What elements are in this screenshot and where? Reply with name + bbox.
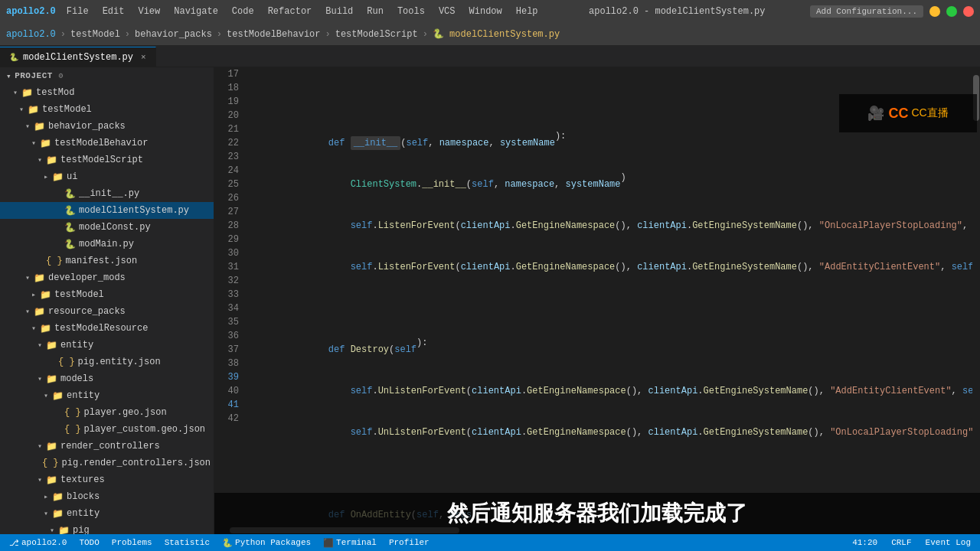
menu-view[interactable]: View [132, 5, 166, 18]
menu-run[interactable]: Run [361, 5, 390, 18]
sidebar-item-models[interactable]: ▾ 📁 models [0, 370, 214, 387]
tab-model-client-system[interactable]: 🐍 modelClientSystem.py × [0, 47, 156, 67]
sidebar-item-modelconst[interactable]: 🐍 modelConst.py [0, 219, 214, 236]
folder-arrow: ▾ [34, 374, 46, 383]
tree-label: testModelScript [60, 155, 143, 165]
line-num-21: 21 [214, 122, 239, 136]
todo-label: TODO [79, 538, 99, 547]
breadcrumb-app[interactable]: apollo2.0 [6, 29, 56, 40]
menu-tools[interactable]: Tools [391, 5, 431, 18]
line-num-38: 38 [214, 357, 239, 370]
folder-arrow: ▾ [40, 509, 52, 518]
sidebar-item-testmodelresource[interactable]: ▾ 📁 testModelResource [0, 320, 214, 337]
menu-file[interactable]: File [60, 5, 95, 18]
editor-area: 🎥 CC CC直播 17 18 19 20 21 22 23 24 25 26 … [214, 67, 980, 534]
add-configuration-button[interactable]: Add Configuration... [810, 5, 923, 18]
menu-edit[interactable]: Edit [96, 5, 131, 18]
project-settings-icon[interactable]: ⚙ [59, 71, 64, 80]
sidebar-item-entity-models[interactable]: ▾ 📁 entity [0, 387, 214, 404]
statistic-button[interactable]: Statistic [162, 538, 213, 547]
line-num-31: 31 [214, 260, 239, 274]
sidebar-item-behavior-packs[interactable]: ▾ 📁 behavior_packs [0, 118, 214, 135]
line-ending[interactable]: CRLF [888, 538, 914, 547]
folder-arrow: ▸ [40, 492, 52, 501]
profiler-button[interactable]: Profiler [386, 538, 433, 547]
breadcrumb-testmodel[interactable]: testModel [70, 29, 120, 40]
cursor-position[interactable]: 41:20 [849, 538, 880, 547]
sidebar-item-developer-mods[interactable]: ▾ 📁 developer_mods [0, 269, 214, 286]
line-num-42: 42 [214, 412, 239, 425]
folder-icon: 📁 [40, 289, 51, 301]
code-display[interactable]: def __init__(self, namespace, systemName… [245, 67, 972, 527]
breadcrumb-file[interactable]: 🐍 modelClientSystem.py [433, 28, 560, 40]
sidebar-item-testmodel-dev[interactable]: ▸ 📁 testModel [0, 286, 214, 303]
folder-arrow: ▸ [40, 172, 52, 181]
json-icon: { } [42, 458, 59, 468]
json-icon: { } [64, 424, 81, 435]
project-header[interactable]: ▾ Project ⚙ [0, 67, 214, 84]
sidebar-item-pig-entity[interactable]: { } pig.entity.json [0, 354, 214, 370]
sidebar-item-testmodelbehavior[interactable]: ▾ 📁 testModelBehavior [0, 135, 214, 152]
problems-button[interactable]: Problems [109, 538, 155, 547]
breadcrumb-testmodelscript[interactable]: testModelScript [335, 29, 418, 40]
sidebar-item-entity-res[interactable]: ▾ 📁 entity [0, 337, 214, 354]
sidebar[interactable]: ▾ Project ⚙ ▾ 📁 testMod ▾ 📁 testModel [0, 67, 214, 534]
editor-content[interactable]: 17 18 19 20 21 22 23 24 25 26 27 28 29 3… [214, 67, 980, 527]
sidebar-item-pig-folder[interactable]: ▾ 📁 pig [0, 522, 214, 534]
tree-label: manifest.json [66, 256, 138, 266]
line-num-37: 37 [214, 343, 239, 357]
sidebar-item-modelclientsystem[interactable]: 🐍 modelClientSystem.py [0, 202, 214, 219]
tab-close-icon[interactable]: × [141, 53, 146, 62]
sidebar-item-testmodelscript[interactable]: ▾ 📁 testModelScript [0, 152, 214, 168]
menu-navigate[interactable]: Navigate [168, 5, 224, 18]
editor-horizontal-scrollbar[interactable] [214, 527, 980, 534]
breadcrumb-sep-2: › [125, 29, 130, 40]
git-branch-indicator[interactable]: ⎇ apollo2.0 [6, 538, 70, 548]
todo-button[interactable]: TODO [76, 538, 102, 547]
minimize-button[interactable]: − [929, 6, 940, 17]
sidebar-item-modmain[interactable]: 🐍 modMain.py [0, 236, 214, 253]
maximize-button[interactable]: □ [946, 6, 957, 17]
tree-label: modMain.py [79, 239, 134, 249]
terminal-button[interactable]: ⬛ Terminal [320, 538, 380, 548]
tree-label: testModel [42, 104, 92, 115]
folder-arrow: ▾ [34, 475, 46, 484]
code-line-19: ClientSystem.__init__(self, namespace, s… [251, 178, 972, 191]
sidebar-item-init[interactable]: 🐍 __init__.py [0, 185, 214, 202]
folder-icon: 📁 [34, 272, 45, 284]
breadcrumb-behaviorpacks[interactable]: behavior_packs [135, 29, 212, 40]
editor-vertical-scrollbar[interactable] [972, 67, 980, 527]
sidebar-item-render-controllers[interactable]: ▾ 📁 render_controllers [0, 438, 214, 455]
menu-window[interactable]: Window [463, 5, 508, 18]
sidebar-item-resource-packs[interactable]: ▾ 📁 resource_packs [0, 303, 214, 320]
app-name[interactable]: apollo2.0 [6, 6, 56, 17]
sidebar-item-player-geo[interactable]: { } player.geo.json [0, 404, 214, 421]
menu-vcs[interactable]: VCS [433, 5, 462, 18]
line-num-26: 26 [214, 191, 239, 205]
sidebar-item-manifest-1[interactable]: { } manifest.json [0, 253, 214, 269]
status-left: ⎇ apollo2.0 TODO Problems Statistic 🐍 Py… [6, 538, 433, 548]
sidebar-item-testmod[interactable]: ▾ 📁 testMod [0, 84, 214, 101]
sidebar-item-entity-tex[interactable]: ▾ 📁 entity [0, 505, 214, 522]
menu-help[interactable]: Help [510, 5, 544, 18]
sidebar-item-testmodel[interactable]: ▾ 📁 testModel [0, 101, 214, 118]
menu-code[interactable]: Code [226, 5, 260, 18]
line-num-30: 30 [214, 246, 239, 260]
git-branch-label: apollo2.0 [21, 538, 67, 547]
sidebar-item-textures[interactable]: ▾ 📁 textures [0, 471, 214, 488]
sidebar-item-pig-render[interactable]: { } pig.render_controllers.json [0, 455, 214, 471]
h-scrollbar-thumb[interactable] [230, 527, 459, 533]
python-packages-button[interactable]: 🐍 Python Packages [219, 538, 314, 548]
tab-bar: 🐍 modelClientSystem.py × [0, 46, 980, 67]
sidebar-item-player-custom-geo[interactable]: { } player_custom.geo.json [0, 421, 214, 438]
problems-label: Problems [112, 538, 152, 547]
close-button[interactable]: × [963, 6, 974, 17]
sidebar-item-blocks[interactable]: ▸ 📁 blocks [0, 488, 214, 505]
event-log[interactable]: Event Log [923, 538, 974, 547]
tree-label: testModelResource [54, 323, 148, 334]
breadcrumb-testmodelbehavior[interactable]: testModelBehavior [227, 29, 320, 40]
menu-build[interactable]: Build [319, 5, 359, 18]
tree-label: entity [67, 390, 100, 401]
menu-refactor[interactable]: Refactor [262, 5, 318, 18]
sidebar-item-ui-1[interactable]: ▸ 📁 ui [0, 168, 214, 185]
